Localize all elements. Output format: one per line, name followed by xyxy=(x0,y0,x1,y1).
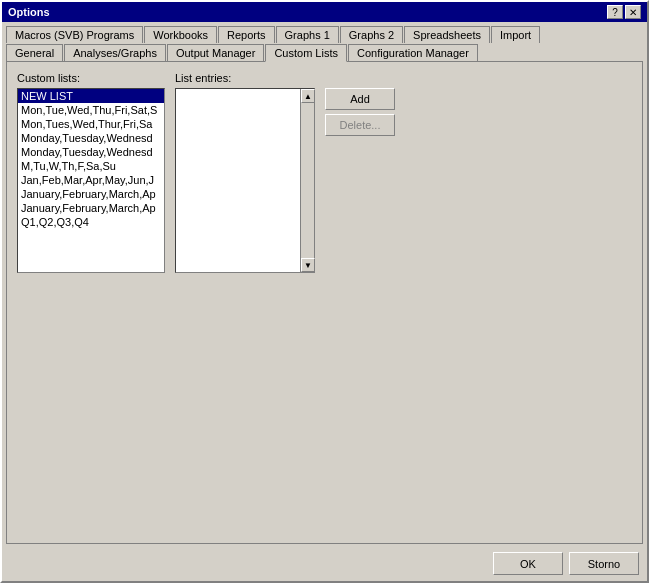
tab-reports[interactable]: Reports xyxy=(218,26,275,43)
add-button[interactable]: Add xyxy=(325,88,395,110)
tab-graphs1[interactable]: Graphs 1 xyxy=(276,26,339,43)
tab-graphs2[interactable]: Graphs 2 xyxy=(340,26,403,43)
window-title: Options xyxy=(8,6,50,18)
title-bar: Options ? ✕ xyxy=(2,2,647,22)
bottom-bar: OK Storno xyxy=(2,548,647,581)
list-item-4[interactable]: M,Tu,W,Th,F,Sa,Su xyxy=(18,159,164,173)
tab-workbooks[interactable]: Workbooks xyxy=(144,26,217,43)
options-window: Options ? ✕ Macros (SVB) Programs Workbo… xyxy=(0,0,649,583)
middle-panel: List entries: ▲ ▼ xyxy=(175,72,315,533)
title-bar-controls: ? ✕ xyxy=(607,5,641,19)
tab-macros[interactable]: Macros (SVB) Programs xyxy=(6,26,143,43)
cancel-button[interactable]: Storno xyxy=(569,552,639,575)
list-item-7[interactable]: January,February,March,Ap xyxy=(18,201,164,215)
tab-import[interactable]: Import xyxy=(491,26,540,43)
tab-bar-bottom: General Analyses/Graphs Output Manager C… xyxy=(2,43,647,61)
list-item-new[interactable]: NEW LIST xyxy=(18,89,164,103)
main-content: Custom lists: NEW LIST Mon,Tue,Wed,Thu,F… xyxy=(17,72,632,533)
tab-output[interactable]: Output Manager xyxy=(167,44,265,62)
tab-bar-top: Macros (SVB) Programs Workbooks Reports … xyxy=(2,22,647,42)
list-item-0[interactable]: Mon,Tue,Wed,Thu,Fri,Sat,S xyxy=(18,103,164,117)
list-item-8[interactable]: Q1,Q2,Q3,Q4 xyxy=(18,215,164,229)
right-panel: Add Delete... xyxy=(325,72,395,533)
scroll-track xyxy=(301,103,314,258)
list-item-5[interactable]: Jan,Feb,Mar,Apr,May,Jun,J xyxy=(18,173,164,187)
custom-lists-label: Custom lists: xyxy=(17,72,165,84)
tab-analyses[interactable]: Analyses/Graphs xyxy=(64,44,166,62)
list-item-1[interactable]: Mon,Tues,Wed,Thur,Fri,Sa xyxy=(18,117,164,131)
tab-general[interactable]: General xyxy=(6,44,63,62)
list-item-6[interactable]: January,February,March,Ap xyxy=(18,187,164,201)
help-button[interactable]: ? xyxy=(607,5,623,19)
custom-lists-box[interactable]: NEW LIST Mon,Tue,Wed,Thu,Fri,Sat,S Mon,T… xyxy=(17,88,165,273)
tab-custom-lists[interactable]: Custom Lists xyxy=(265,44,347,62)
list-entries-label: List entries: xyxy=(175,72,315,84)
scroll-down-btn[interactable]: ▼ xyxy=(301,258,315,272)
list-item-3[interactable]: Monday,Tuesday,Wednesd xyxy=(18,145,164,159)
entries-textarea[interactable] xyxy=(176,89,300,272)
close-button[interactable]: ✕ xyxy=(625,5,641,19)
ok-button[interactable]: OK xyxy=(493,552,563,575)
delete-button[interactable]: Delete... xyxy=(325,114,395,136)
entries-scrollbar[interactable]: ▲ ▼ xyxy=(300,89,314,272)
left-panel: Custom lists: NEW LIST Mon,Tue,Wed,Thu,F… xyxy=(17,72,165,533)
list-item-2[interactable]: Monday,Tuesday,Wednesd xyxy=(18,131,164,145)
scroll-up-btn[interactable]: ▲ xyxy=(301,89,315,103)
entries-area: ▲ ▼ xyxy=(175,88,315,273)
tab-spreadsheets[interactable]: Spreadsheets xyxy=(404,26,490,43)
tab-config[interactable]: Configuration Manager xyxy=(348,44,478,62)
content-area: Custom lists: NEW LIST Mon,Tue,Wed,Thu,F… xyxy=(6,61,643,544)
